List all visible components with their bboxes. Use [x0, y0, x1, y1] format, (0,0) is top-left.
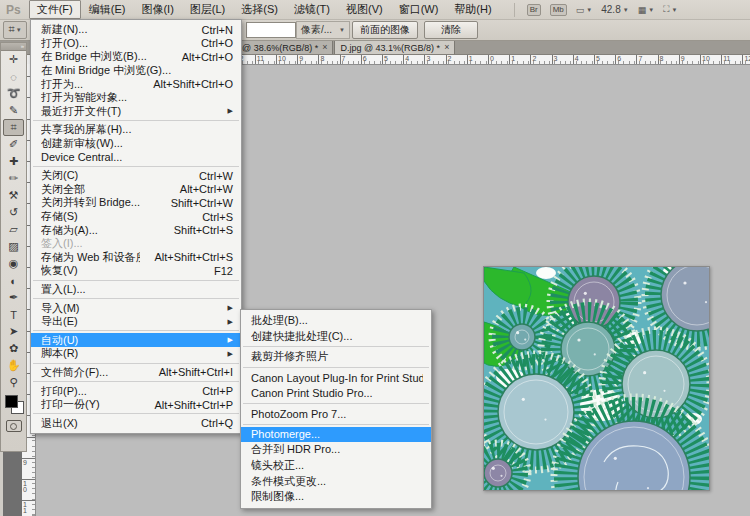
ruler-number: 7: [342, 54, 346, 63]
type-tool[interactable]: T: [3, 306, 24, 323]
file-menu-item-5[interactable]: 打开为...Alt+Shift+Ctrl+O: [31, 77, 241, 91]
menubar-item-6[interactable]: 滤镜(T): [286, 0, 338, 19]
file-menu-item-4[interactable]: 在 Mini Bridge 中浏览(G)...: [31, 64, 241, 78]
blur-tool[interactable]: ◉: [3, 255, 24, 272]
ruler-tick: [488, 54, 489, 64]
launch-bridge-button[interactable]: Br: [527, 4, 541, 16]
path-selection-tool[interactable]: ➤: [3, 323, 24, 340]
quick-selection-tool[interactable]: ✎: [3, 102, 24, 119]
ruler-tick: [361, 54, 362, 64]
file-menu-item-24[interactable]: 导入(M)▶: [31, 301, 241, 315]
file-menu-item-28[interactable]: 脚本(R)▶: [31, 347, 241, 361]
ruler-number: 11: [257, 54, 264, 63]
file-menu-item-33[interactable]: 打印一份(Y)Alt+Shift+Ctrl+P: [31, 398, 241, 412]
file-menu-item-11[interactable]: Device Central...: [31, 150, 241, 164]
ruler-tick: [276, 54, 277, 64]
document-image[interactable]: [483, 266, 710, 491]
color-swatches[interactable]: [4, 394, 24, 414]
file-menu-item-14[interactable]: 关闭全部Alt+Ctrl+W: [31, 183, 241, 197]
tools-panel-header[interactable]: »: [1, 43, 26, 51]
crop-tool-preset-button[interactable]: ⌗▼: [3, 21, 27, 39]
file-menu-item-32[interactable]: 打印(P)...Ctrl+P: [31, 384, 241, 398]
brush-tool[interactable]: ✏: [3, 170, 24, 187]
menubar-item-5[interactable]: 选择(S): [233, 0, 286, 19]
flower-speckle: [522, 398, 525, 401]
file-menu-item-3[interactable]: 在 Bridge 中浏览(B)...Alt+Ctrl+O: [31, 50, 241, 64]
marquee-tool-icon: ◌: [10, 71, 17, 83]
automate-submenu-item-12[interactable]: 合并到 HDR Pro...: [241, 442, 431, 458]
zoom-level-dropdown[interactable]: 42.8▼: [601, 4, 628, 15]
ruler-tick: [509, 54, 510, 64]
file-menu-item-15[interactable]: 关闭并转到 Bridge...Shift+Ctrl+W: [31, 196, 241, 210]
flower-speckle: [614, 457, 617, 460]
automate-submenu-item-6[interactable]: Canon Layout Plug-In for Print Studio Pr…: [241, 370, 431, 386]
file-menu-item-2[interactable]: 打开(O)...Ctrl+O: [31, 37, 241, 51]
tab-close-icon[interactable]: ×: [322, 43, 327, 52]
quick-mask-icon[interactable]: [6, 420, 22, 432]
resolution-unit-dropdown[interactable]: 像素/...▼: [296, 21, 350, 39]
gradient-tool[interactable]: ▨: [3, 238, 24, 255]
foreground-color-swatch[interactable]: [5, 395, 18, 408]
view-extras-button[interactable]: ▭▼: [576, 5, 592, 15]
menubar-item-3[interactable]: 图像(I): [133, 0, 181, 19]
eraser-tool[interactable]: ▱: [3, 221, 24, 238]
clear-button[interactable]: 清除: [424, 21, 478, 39]
file-menu-item-10[interactable]: 创建新审核(W)...: [31, 137, 241, 151]
menubar-item-8[interactable]: 窗口(W): [391, 0, 447, 19]
dodge-tool[interactable]: ◐: [3, 272, 24, 289]
file-menu-item-17[interactable]: 存储为(A)...Shift+Ctrl+S: [31, 223, 241, 237]
pen-tool[interactable]: ✒: [3, 289, 24, 306]
file-menu-item-22[interactable]: 置入(L)...: [31, 283, 241, 297]
menubar-item-4[interactable]: 图层(L): [182, 0, 233, 19]
menubar-item-2[interactable]: 编辑(E): [81, 0, 134, 19]
hand-tool[interactable]: ✋: [3, 357, 24, 374]
file-menu-item-7[interactable]: 最近打开文件(T)▶: [31, 105, 241, 119]
file-menu-item-9[interactable]: 共享我的屏幕(H)...: [31, 123, 241, 137]
automate-submenu-item-7[interactable]: Canon Print Studio Pro...: [241, 385, 431, 401]
zoom-tool[interactable]: ⚲: [3, 374, 24, 391]
menubar-item-7[interactable]: 视图(V): [338, 0, 391, 19]
file-menu-item-27[interactable]: 自动(U)▶: [31, 333, 241, 347]
menubar-item-9[interactable]: 帮助(H): [446, 0, 499, 19]
menubar-item-1[interactable]: 文件(F): [29, 0, 81, 19]
marquee-tool[interactable]: ◌: [3, 68, 24, 85]
file-menu-item-6[interactable]: 打开为智能对象...: [31, 91, 241, 105]
mini-bridge-button[interactable]: Mb: [550, 4, 567, 16]
automate-submenu-item-1[interactable]: 批处理(B)...: [241, 313, 431, 329]
clone-stamp-tool[interactable]: ⚒: [3, 187, 24, 204]
history-brush-tool[interactable]: ↺: [3, 204, 24, 221]
automate-submenu-item-11[interactable]: Photomerge...: [241, 427, 431, 443]
file-menu-item-16[interactable]: 存储(S)Ctrl+S: [31, 210, 241, 224]
crop-tool-icon: ⌗: [10, 121, 16, 134]
custom-shape-tool[interactable]: ✿: [3, 340, 24, 357]
eyedropper-tool[interactable]: ✐: [3, 136, 24, 153]
automate-submenu-item-9[interactable]: PhotoZoom Pro 7...: [241, 406, 431, 422]
file-menu-item-19[interactable]: 存储为 Web 和设备所用格式(D)...Alt+Shift+Ctrl+S: [31, 251, 241, 265]
screen-mode-button[interactable]: ⛶▼: [663, 4, 677, 15]
move-tool[interactable]: ✛: [3, 51, 24, 68]
lasso-tool[interactable]: ➰: [3, 85, 24, 102]
crop-resolution-input[interactable]: [246, 22, 296, 38]
automate-submenu-item-15[interactable]: 限制图像...: [241, 489, 431, 505]
ruler-number: 1: [469, 54, 473, 63]
front-image-button[interactable]: 前面的图像: [352, 21, 418, 39]
automate-submenu-item-14[interactable]: 条件模式更改...: [241, 473, 431, 489]
arrange-documents-button[interactable]: ▦▼: [638, 5, 654, 15]
healing-brush-tool[interactable]: ✚: [3, 153, 24, 170]
file-menu-item-18[interactable]: 签入(I)...: [31, 237, 241, 251]
file-menu-item-35[interactable]: 退出(X)Ctrl+Q: [31, 416, 241, 430]
document-tab-1[interactable]: @ 38.6%(RGB/8) *×: [236, 40, 333, 54]
ruler-tick: [700, 54, 701, 64]
file-menu-item-25[interactable]: 导出(E)▶: [31, 315, 241, 329]
document-tab-2[interactable]: D.jpg @ 43.1%(RGB/8) *×: [334, 40, 455, 54]
eyedropper-tool-icon: ✐: [9, 138, 18, 151]
file-menu-item-1[interactable]: 新建(N)...Ctrl+N: [31, 23, 241, 37]
file-menu-item-13[interactable]: 关闭(C)Ctrl+W: [31, 169, 241, 183]
file-menu-item-30[interactable]: 文件简介(F)...Alt+Shift+Ctrl+I: [31, 366, 241, 380]
automate-submenu-item-13[interactable]: 镜头校正...: [241, 458, 431, 474]
crop-tool[interactable]: ⌗: [3, 119, 24, 136]
file-menu-item-20[interactable]: 恢复(V)F12: [31, 264, 241, 278]
automate-submenu-item-2[interactable]: 创建快捷批处理(C)...: [241, 329, 431, 345]
tab-close-icon[interactable]: ×: [444, 43, 449, 52]
automate-submenu-item-4[interactable]: 裁剪并修齐照片: [241, 349, 431, 365]
